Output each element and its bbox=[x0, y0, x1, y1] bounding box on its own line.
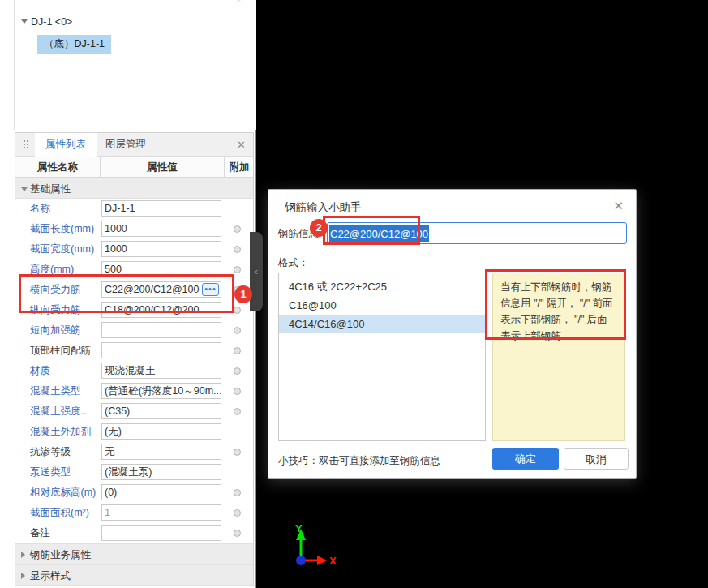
property-value-input[interactable]: 1 bbox=[101, 504, 221, 521]
property-value-input[interactable]: 无 bbox=[101, 444, 221, 460]
tab-layer-manage[interactable]: 图层管理 bbox=[95, 133, 157, 157]
property-group-row[interactable]: 显示样式 bbox=[15, 564, 253, 586]
chevron-left-icon: ‹ bbox=[255, 266, 258, 277]
property-row: 高度(mm)500 bbox=[15, 260, 253, 280]
property-dock: 属性列表 图层管理 ✕ 属性名称 属性值 附加 基础属性名称DJ-1-1截面长度… bbox=[15, 132, 254, 586]
dialog-close-icon[interactable]: ✕ bbox=[613, 200, 624, 212]
property-label: 名称 bbox=[30, 199, 50, 219]
property-label: 混凝土强度... bbox=[30, 401, 89, 422]
caret-right-icon[interactable] bbox=[21, 552, 25, 558]
tree-divider bbox=[14, 0, 15, 130]
ellipsis-button[interactable]: ••• bbox=[202, 283, 219, 296]
property-label: 混凝土类型 bbox=[30, 381, 81, 401]
property-label: 截面宽度(mm) bbox=[30, 239, 94, 260]
x-axis-label: X bbox=[329, 555, 337, 567]
tree-node-dj11-selected[interactable]: （底）DJ-1-1 bbox=[37, 35, 111, 54]
tree-node-dj1[interactable]: DJ-1 <0> bbox=[31, 16, 72, 28]
attach-radio-icon[interactable] bbox=[234, 246, 241, 253]
property-row: 顶部柱间配筋 bbox=[15, 341, 253, 361]
attach-radio-icon[interactable] bbox=[234, 347, 241, 354]
attach-radio-icon[interactable] bbox=[234, 225, 241, 233]
property-value-input[interactable]: 1000 bbox=[101, 241, 221, 257]
property-row: 名称DJ-1-1 bbox=[15, 199, 253, 219]
attach-radio-icon[interactable] bbox=[234, 388, 241, 395]
annotation-badge-1: 1 bbox=[234, 285, 252, 303]
property-rows: 基础属性名称DJ-1-1截面长度(mm)1000截面宽度(mm)1000高度(m… bbox=[15, 178, 253, 586]
property-label: 顶部柱间配筋 bbox=[30, 341, 91, 361]
property-value-input[interactable]: DJ-1-1 bbox=[101, 200, 221, 217]
tip-text: 小技巧：双击可直接添加至钢筋信息 bbox=[278, 454, 440, 468]
property-value-input[interactable]: 1000 bbox=[101, 221, 221, 237]
property-value-input[interactable] bbox=[101, 525, 221, 541]
component-tree: DJ-1 <0> （底）DJ-1-1 bbox=[0, 0, 256, 130]
property-row: 泵送类型(混凝土泵) bbox=[15, 462, 253, 483]
property-value-input[interactable]: 500 bbox=[101, 261, 221, 277]
dock-close-icon[interactable]: ✕ bbox=[237, 139, 246, 150]
header-prop-value: 属性值 bbox=[100, 157, 225, 178]
property-value-input[interactable]: (普通砼(坍落度10～90m... bbox=[101, 383, 221, 399]
property-table-header: 属性名称 属性值 附加 bbox=[15, 157, 253, 178]
property-row: 混凝土强度...(C35) bbox=[15, 401, 253, 422]
property-value-input[interactable]: (C35) bbox=[101, 403, 221, 419]
tab-property-list[interactable]: 属性列表 bbox=[35, 133, 97, 157]
property-value-input[interactable]: (0) bbox=[101, 484, 221, 500]
ok-button[interactable]: 确定 bbox=[492, 448, 559, 470]
property-group-row[interactable]: 基础属性 bbox=[15, 178, 253, 199]
property-label: 材质 bbox=[30, 361, 50, 381]
group-label: 基础属性 bbox=[30, 178, 71, 200]
property-label: 高度(mm) bbox=[30, 260, 74, 280]
property-label: 截面面积(m²) bbox=[30, 503, 89, 523]
property-value-input[interactable]: (无) bbox=[101, 423, 221, 440]
property-value-input[interactable]: C18@200/C12@200 bbox=[101, 302, 221, 318]
axis-origin-dot bbox=[296, 556, 306, 565]
tree-expand-icon[interactable] bbox=[21, 19, 28, 24]
attach-radio-icon[interactable] bbox=[234, 509, 241, 517]
property-group-row[interactable]: 钢筋业务属性 bbox=[15, 543, 253, 564]
format-option[interactable]: C16@100 bbox=[279, 296, 485, 315]
group-label: 钢筋业务属性 bbox=[30, 544, 91, 565]
property-label: 抗渗等级 bbox=[30, 442, 71, 462]
group-label: 显示样式 bbox=[30, 565, 71, 586]
property-label: 截面长度(mm) bbox=[30, 219, 94, 239]
x-axis-arrow-icon bbox=[317, 556, 327, 565]
rebar-info-input[interactable]: C22@200/C12@100 bbox=[327, 222, 627, 244]
left-dock-panel: DJ-1 <0> （底）DJ-1-1 属性列表 图层管理 ✕ 属性名称 属性值 … bbox=[0, 0, 256, 588]
header-attach: 附加 bbox=[225, 157, 254, 178]
property-row: 相对底标高(m)(0) bbox=[15, 483, 253, 503]
attach-radio-icon[interactable] bbox=[234, 530, 241, 537]
property-value-input[interactable] bbox=[101, 322, 221, 338]
property-row: 材质现浇混凝土 bbox=[15, 361, 253, 381]
format-option[interactable]: 4C16 或 2C22+2C25 bbox=[279, 277, 485, 296]
property-row: 混凝土类型(普通砼(坍落度10～90m... bbox=[15, 381, 253, 401]
axis-gizmo: Y X bbox=[284, 517, 341, 576]
property-value-input[interactable]: 现浇混凝土 bbox=[101, 363, 221, 379]
property-row: 截面宽度(mm)1000 bbox=[15, 239, 253, 260]
format-option-selected[interactable]: 4C14/C16@100 bbox=[279, 315, 485, 333]
note-text: 当有上下部钢筋时，钢筋信息用 "/" 隔开， "/" 前面表示下部钢筋， "/"… bbox=[493, 273, 624, 350]
caret-right-icon[interactable] bbox=[21, 573, 25, 579]
property-value-input[interactable] bbox=[101, 342, 221, 358]
attach-radio-icon[interactable] bbox=[234, 327, 241, 334]
attach-radio-icon[interactable] bbox=[234, 449, 241, 456]
panel-collapse-handle[interactable]: ‹ bbox=[250, 232, 263, 311]
header-prop-name: 属性名称 bbox=[15, 157, 100, 178]
property-row: 截面长度(mm)1000 bbox=[15, 219, 253, 239]
drag-handle-icon[interactable] bbox=[24, 140, 25, 142]
property-row: 短向加强筋 bbox=[15, 320, 253, 341]
property-value-input[interactable]: (混凝土泵) bbox=[101, 464, 221, 480]
attach-radio-icon[interactable] bbox=[234, 489, 241, 496]
property-label: 混凝土外加剂 bbox=[30, 422, 91, 442]
property-label: 相对底标高(m) bbox=[30, 483, 96, 503]
attach-radio-icon[interactable] bbox=[234, 266, 241, 273]
dialog-title: 钢筋输入小助手 bbox=[285, 200, 362, 215]
attach-radio-icon[interactable] bbox=[234, 307, 241, 314]
attach-radio-icon[interactable] bbox=[234, 408, 241, 415]
attach-radio-icon[interactable] bbox=[234, 367, 241, 375]
property-label: 横向受力筋 bbox=[30, 280, 81, 300]
dock-tabbar: 属性列表 图层管理 ✕ bbox=[15, 133, 253, 157]
caret-down-icon[interactable] bbox=[21, 187, 28, 191]
cancel-button[interactable]: 取消 bbox=[564, 448, 629, 470]
annotation-badge-2: 2 bbox=[310, 219, 328, 237]
property-value-input[interactable]: C22@200/C12@100••• bbox=[101, 281, 221, 298]
property-row: 备注 bbox=[15, 523, 253, 543]
